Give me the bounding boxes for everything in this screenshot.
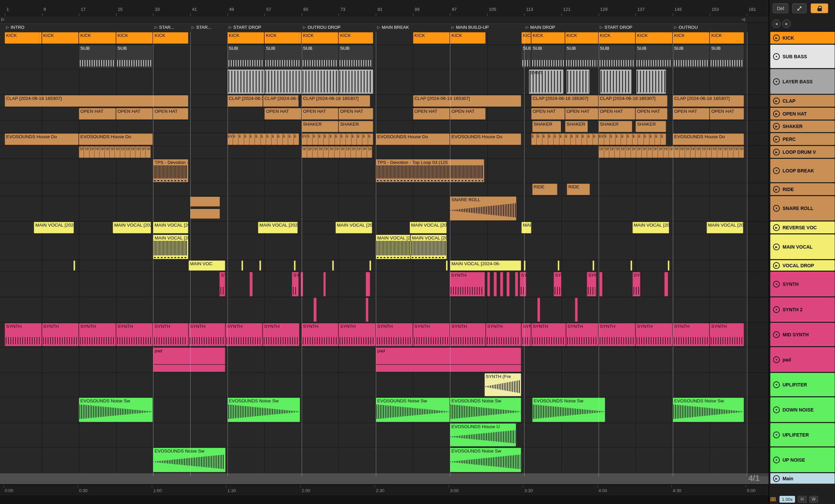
- clip-kick-13[interactable]: KICK: [565, 32, 598, 44]
- track-header-pad[interactable]: ▼pad: [770, 347, 835, 372]
- clip-sub-bass-8[interactable]: SUB: [565, 45, 598, 68]
- clip-segment[interactable]: TP: [334, 146, 340, 158]
- clip-perc-5[interactable]: EVOSOUNDS House Do: [450, 134, 521, 145]
- clip-perc-8[interactable]: EVOSOUNDS House Do: [673, 134, 744, 145]
- clip-down-noise-4[interactable]: EVOSOUNDS Noise Sw: [532, 398, 605, 422]
- clip-vocal-drop-10[interactable]: [558, 260, 559, 270]
- track-header-synth[interactable]: ▼SYNTH: [770, 271, 835, 296]
- track-header-synth-2[interactable]: ▼SYNTH 2: [770, 297, 835, 322]
- clip-segment[interactable]: TP: [663, 146, 668, 158]
- clip-perc-6[interactable]: EEEEEEEEEEEE: [531, 134, 598, 145]
- arrangement-area[interactable]: KICKKICKKICKKICKKICKKICKKICKKICKKICKKICK…: [0, 0, 769, 496]
- locator-outrou[interactable]: ▷OUTROU: [673, 22, 698, 32]
- clip-synth-4[interactable]: SYNTH: [554, 272, 562, 296]
- clip-shaker-1[interactable]: SHAKER: [339, 121, 373, 132]
- clip-kick-0[interactable]: KICK: [5, 32, 42, 44]
- clip-shaker-3[interactable]: SHAKER: [565, 121, 588, 132]
- track-header-shaker[interactable]: ▶SHAKER: [770, 121, 835, 132]
- clip-segment[interactable]: E: [282, 134, 288, 145]
- clip-segment[interactable]: TP: [700, 146, 706, 158]
- track-header-kick[interactable]: ▶KICK: [770, 32, 835, 44]
- clip-clap-1[interactable]: CLAP [2024-06-18 165307]: [227, 95, 263, 107]
- clip-kick-1[interactable]: KICK: [42, 32, 79, 44]
- clip-vocal-drop-12[interactable]: [630, 260, 632, 270]
- clip-kick-14[interactable]: KICK: [599, 32, 635, 44]
- clip-segment[interactable]: TP: [679, 146, 685, 158]
- clip-segment[interactable]: E: [249, 134, 254, 145]
- clip-open-hat-7[interactable]: OPEN HAT: [450, 108, 485, 120]
- clip-synth-6[interactable]: SYNTH: [632, 272, 640, 296]
- clip-mid-synth-2[interactable]: SYNTH: [79, 323, 116, 346]
- zoom-height-button[interactable]: H: [798, 496, 807, 503]
- clip-reverse-voc-7[interactable]: MAIN VOCAL [2024-06-: [632, 222, 669, 234]
- clip-reverse-voc-3[interactable]: MAIN VOCAL [2024-06-: [258, 222, 298, 234]
- clip-open-hat-1[interactable]: OPEN HAT: [116, 108, 153, 120]
- lock-button[interactable]: [811, 3, 828, 13]
- clip-open-hat-0[interactable]: OPEN HAT: [79, 108, 116, 120]
- clip-segment[interactable]: E: [329, 134, 334, 145]
- clip-vocal-drop-13[interactable]: [668, 260, 669, 270]
- clip-segment[interactable]: TP: [130, 146, 135, 158]
- clip-segment[interactable]: TP: [135, 146, 140, 158]
- clip-segment[interactable]: E: [307, 134, 312, 145]
- play-icon[interactable]: ▶: [773, 475, 780, 482]
- clip-kick-16[interactable]: KICK: [673, 32, 710, 44]
- track-header-mid-synth[interactable]: ▼MID SYNTH: [770, 323, 835, 346]
- clip-vocal-drop-2[interactable]: [74, 260, 75, 270]
- clip-sub-bass-7[interactable]: SUB: [531, 45, 565, 68]
- track-header-ride[interactable]: ▶RIDE: [770, 183, 835, 195]
- track-header-main-vocal[interactable]: ▶MAIN VOCAL: [770, 235, 835, 259]
- clip-clap-0[interactable]: CLAP [2024-06-18 165307]: [5, 95, 188, 107]
- clip-clap-5[interactable]: CLAP [2024-06-18 165307]: [531, 95, 598, 107]
- track-header-perc[interactable]: ▶PERC: [770, 133, 835, 145]
- clip-kick-17[interactable]: KICK: [710, 32, 744, 44]
- clip-snare-roll-1[interactable]: SNARE ROLL: [450, 197, 516, 221]
- clip-kick-15[interactable]: KICK: [635, 32, 672, 44]
- clip-mid-synth-11[interactable]: SYNTH: [413, 323, 450, 346]
- clip-segment[interactable]: TP: [328, 146, 334, 158]
- unfold-icon[interactable]: ▼: [773, 331, 780, 338]
- clip-segment[interactable]: E: [238, 134, 243, 145]
- clip-perc-7[interactable]: EVEEEEEEEEEEE: [599, 134, 666, 145]
- clip-segment[interactable]: TP: [361, 146, 367, 158]
- clip-clap-2[interactable]: CLAP [2024-06-18 165307]: [263, 95, 298, 107]
- clip-mid-synth-20[interactable]: SYNTH: [710, 323, 744, 346]
- clip-segment[interactable]: TP: [657, 146, 663, 158]
- track-header-vocal-drop[interactable]: ▶VOCAL DROP: [770, 260, 835, 270]
- clip-segment[interactable]: E: [576, 134, 582, 145]
- locator-main-break[interactable]: ▷MAIN BREAK: [376, 22, 409, 32]
- clip-open-hat-9[interactable]: OPEN HAT: [565, 108, 598, 120]
- clip-synth-2-1[interactable]: [366, 298, 369, 322]
- clip-segment[interactable]: E: [531, 134, 537, 145]
- unfold-icon[interactable]: ▼: [773, 167, 780, 174]
- clip-layer-bass-1[interactable]: [264, 69, 301, 94]
- clip-sub-bass-12[interactable]: SUB: [710, 45, 744, 68]
- clip-reverse-voc-5[interactable]: MAIN VOCAL [2024-06-: [410, 222, 447, 234]
- track-header-snare-roll[interactable]: ▼SNARE ROLL: [770, 196, 835, 221]
- clip-segment[interactable]: TP: [728, 146, 733, 158]
- clip-mid-synth-6[interactable]: SYNTH: [225, 323, 262, 346]
- clip-kick-10[interactable]: KICK: [450, 32, 485, 44]
- track-header-uplifeter[interactable]: ▼UPLIFETER: [770, 423, 835, 446]
- clip-open-hat-3[interactable]: OPEN HAT: [264, 108, 301, 120]
- clip-segment[interactable]: E: [318, 134, 323, 145]
- clip-reverse-voc-2[interactable]: MAIN VOCAL [2024-06-: [153, 222, 188, 234]
- clip-synth-13[interactable]: [500, 272, 503, 296]
- unfold-icon[interactable]: ▼: [773, 356, 780, 363]
- clip-segment[interactable]: E: [632, 134, 638, 145]
- clip-segment[interactable]: TP: [312, 146, 318, 158]
- clip-sub-bass-11[interactable]: SUB: [673, 45, 710, 68]
- clip-segment[interactable]: TP: [738, 146, 744, 158]
- clip-segment[interactable]: E: [542, 134, 548, 145]
- clip-mid-synth-0[interactable]: SYNTH: [5, 323, 42, 346]
- track-header-uplifiter[interactable]: ▼UPLIFITER: [770, 373, 835, 396]
- clip-loop-drum-1[interactable]: TPTPTPTPTPTPTPTPTPTPTPTPTP: [302, 146, 372, 158]
- clip-segment[interactable]: TP: [609, 146, 614, 158]
- clip-layer-bass-0[interactable]: [227, 69, 264, 94]
- unfold-icon[interactable]: ▼: [773, 381, 780, 388]
- clip-segment[interactable]: E: [643, 134, 649, 145]
- timeline-scroll-strip[interactable]: ▷ ◁: [0, 16, 769, 22]
- zoom-scale-button[interactable]: 1.00x: [779, 496, 795, 503]
- clip-synth-2-2[interactable]: [537, 298, 541, 322]
- clip-segment[interactable]: E: [334, 134, 340, 145]
